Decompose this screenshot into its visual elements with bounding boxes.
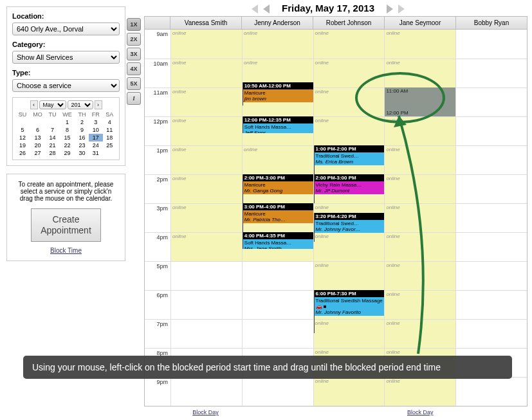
year-select[interactable]: 201	[68, 100, 93, 109]
calendar-day[interactable]: 29	[59, 149, 75, 157]
calendar-day[interactable]: 10	[89, 126, 102, 134]
calendar-day[interactable]: 17	[89, 134, 102, 142]
time-slot[interactable]	[456, 59, 527, 87]
time-slot[interactable]: online	[385, 232, 455, 261]
blocked-period[interactable]: 11:00 AM12:00 PM	[385, 87, 455, 116]
block-time-link[interactable]: Block Time	[50, 247, 82, 254]
zoom-4x-button[interactable]: 4X	[127, 62, 141, 75]
time-slot[interactable]: online	[385, 290, 455, 319]
time-slot[interactable]	[243, 290, 313, 319]
time-slot[interactable]	[243, 319, 313, 348]
time-slot[interactable]: online	[243, 145, 313, 174]
calendar-day[interactable]: 20	[30, 142, 46, 149]
time-slot[interactable]: online	[385, 319, 455, 348]
time-slot[interactable]	[456, 377, 527, 406]
appointment[interactable]: 12:00 PM-12:35 PMSoft Hands Massa…Jeff E…	[243, 116, 313, 133]
calendar-day[interactable]: 31	[89, 149, 102, 157]
calendar-day[interactable]: 11	[103, 126, 116, 134]
time-slot[interactable]: online	[171, 59, 242, 87]
time-slot[interactable]	[456, 87, 527, 116]
time-slot[interactable]: online	[314, 59, 385, 87]
time-slot[interactable]	[456, 30, 527, 59]
calendar-day[interactable]: 25	[103, 142, 116, 149]
time-slot[interactable]: online	[314, 377, 385, 406]
next-week-icon[interactable]	[398, 5, 405, 14]
time-slot[interactable]: online	[171, 203, 242, 232]
time-slot[interactable]: online	[171, 116, 242, 145]
calendar-day[interactable]: 15	[59, 134, 75, 142]
calendar-day[interactable]: 4	[103, 118, 116, 126]
time-slot[interactable]	[456, 174, 527, 203]
calendar-day[interactable]: 18	[103, 134, 116, 142]
calendar-day[interactable]: 16	[75, 134, 89, 142]
time-slot[interactable]: online	[385, 174, 455, 203]
time-slot[interactable]	[171, 377, 242, 406]
calendar-day[interactable]: 1	[59, 118, 75, 126]
staff-column[interactable]: onlineonlineonlineonlineonlineonlineonli…	[242, 30, 313, 406]
time-slot[interactable]: online	[314, 87, 385, 116]
prev-month-icon[interactable]: ‹	[30, 100, 38, 109]
next-month-icon[interactable]: ›	[95, 100, 102, 109]
block-day-link[interactable]: Block Day	[407, 409, 434, 415]
staff-column[interactable]: onlineonlineonlineonlineonlineonlineonli…	[313, 30, 385, 406]
appointment[interactable]: 6:00 PM-7:30 PMTraditional Swedish Massa…	[314, 290, 385, 333]
staff-column[interactable]: onlineonlineonlineonlineonlineonlineonli…	[170, 30, 242, 406]
create-appointment-button[interactable]: CreateAppointment	[31, 208, 101, 242]
appointment[interactable]: 2:00 PM-3:00 PMVichy Rain Massa…Mr. JP D…	[314, 174, 385, 203]
time-slot[interactable]: online	[171, 87, 242, 116]
time-slot[interactable]	[456, 116, 527, 145]
calendar-day[interactable]: 24	[89, 142, 102, 149]
time-slot[interactable]	[456, 145, 527, 174]
calendar-day[interactable]: 8	[59, 126, 75, 134]
time-slot[interactable]: online	[171, 174, 242, 203]
staff-column[interactable]: onlineonlineonlineonlineonlineonlineonli…	[384, 30, 455, 406]
time-slot[interactable]: online	[243, 30, 313, 59]
zoom-1x-button[interactable]: 1X	[127, 18, 141, 31]
zoom-3x-button[interactable]: 3X	[127, 48, 141, 60]
type-select[interactable]: Choose a service	[12, 79, 120, 92]
time-slot[interactable]: online	[171, 145, 242, 174]
category-select[interactable]: Show All Services	[12, 51, 120, 64]
appointment[interactable]: 2:00 PM-3:00 PMManicureMr. Ganga Gong	[243, 174, 313, 203]
staff-column[interactable]	[455, 30, 527, 406]
appointment[interactable]: 3:20 PM-4:20 PMTraditional Swed…Mr. John…	[314, 213, 385, 242]
time-slot[interactable]	[456, 232, 527, 261]
calendar-day[interactable]: 21	[46, 142, 59, 149]
appointment[interactable]: 3:00 PM-4:00 PMManicureMr. Patricia Tho…	[243, 203, 313, 232]
time-slot[interactable]	[456, 290, 527, 319]
time-slot[interactable]: online	[314, 261, 385, 290]
appointment[interactable]: 10:50 AM-12:00 PMManicurejim brown	[243, 82, 313, 105]
calendar-day[interactable]: 9	[75, 126, 89, 134]
block-day-link[interactable]: Block Day	[192, 409, 219, 415]
time-slot[interactable]: online	[385, 30, 455, 59]
appointment[interactable]: 4:00 PM-4:35 PMSoft Hands Massa…Mrs. Jan…	[243, 232, 313, 249]
calendar-day[interactable]: 23	[75, 142, 89, 149]
time-slot[interactable]	[456, 203, 527, 232]
month-select[interactable]: May	[39, 100, 66, 109]
zoom-i-button[interactable]: I	[127, 92, 141, 105]
calendar-day[interactable]: 13	[30, 134, 46, 142]
calendar-day[interactable]: 3	[89, 118, 102, 126]
time-slot[interactable]	[456, 261, 527, 290]
zoom-2x-button[interactable]: 2X	[127, 33, 141, 46]
time-slot[interactable]	[171, 261, 242, 290]
calendar-day[interactable]: 22	[59, 142, 75, 149]
time-slot[interactable]	[171, 290, 242, 319]
prev-day-icon[interactable]	[263, 5, 270, 14]
time-slot[interactable]	[243, 377, 313, 406]
time-slot[interactable]: online	[171, 232, 242, 261]
calendar-day[interactable]: 2	[75, 118, 89, 126]
calendar-day[interactable]: 27	[30, 149, 46, 157]
time-slot[interactable]: online	[385, 145, 455, 174]
calendar-day[interactable]: 26	[15, 149, 30, 157]
zoom-5x-button[interactable]: 5X	[127, 77, 141, 90]
time-slot[interactable]	[456, 319, 527, 348]
calendar-day[interactable]: 5	[15, 126, 30, 134]
prev-week-icon[interactable]	[252, 5, 258, 14]
calendar-day[interactable]: 30	[75, 149, 89, 157]
next-day-icon[interactable]	[387, 5, 393, 14]
mini-calendar[interactable]: ‹ May 201 › SUMOTUWETHFRSA 1234567891011…	[12, 97, 120, 160]
location-select[interactable]: 640 Orly Ave., Dorval	[12, 23, 120, 35]
time-slot[interactable]: online	[385, 377, 455, 406]
calendar-day[interactable]: 28	[46, 149, 59, 157]
